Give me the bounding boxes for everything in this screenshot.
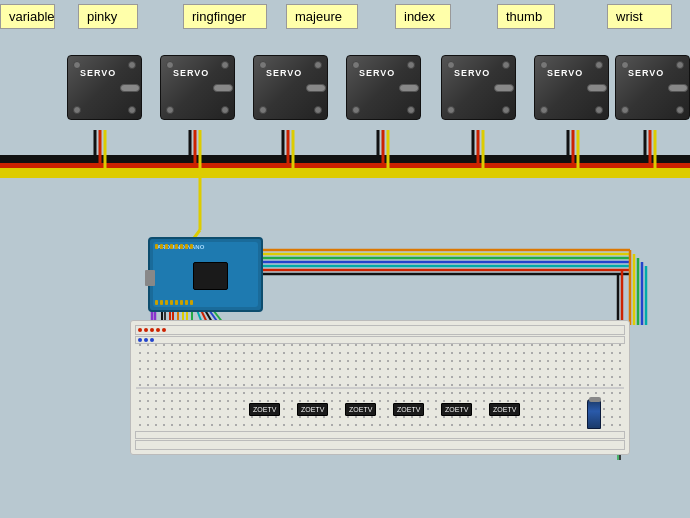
label-majeure: majeure bbox=[286, 4, 358, 29]
servo-screw bbox=[128, 61, 136, 69]
servo-3: SERVO bbox=[341, 50, 431, 130]
servo-5-body: SERVO bbox=[534, 55, 609, 120]
servo-horn bbox=[120, 84, 140, 92]
ic-chip-2: ZOETV bbox=[297, 403, 328, 416]
ic-chip-5: ZOETV bbox=[441, 403, 472, 416]
arduino-board: ARDUINO NANO bbox=[148, 237, 263, 312]
label-wrist: wrist bbox=[607, 4, 672, 29]
servo-1-body: SERVO bbox=[160, 55, 235, 120]
servo-screw bbox=[73, 106, 81, 114]
breadboard-rail-top-red bbox=[135, 325, 625, 335]
breadboard-rail-bottom-blue bbox=[135, 431, 625, 439]
servo-6-body: SERVO bbox=[615, 55, 690, 120]
label-variable: variable bbox=[0, 4, 55, 29]
servo-6: SERVO bbox=[610, 50, 690, 130]
arduino-usb bbox=[145, 270, 155, 286]
arduino-chip bbox=[193, 262, 228, 290]
breadboard-center-divider bbox=[136, 387, 624, 389]
servo-2: SERVO bbox=[248, 50, 338, 130]
breadboard-rail-bottom-red bbox=[135, 440, 625, 450]
breadboard: ZOETV ZOETV ZOETV ZOETV ZOETV ZOETV bbox=[130, 320, 630, 455]
servo-screw bbox=[73, 61, 81, 69]
arduino-pins-top bbox=[155, 244, 193, 249]
servo-4-body: SERVO bbox=[441, 55, 516, 120]
capacitor bbox=[587, 399, 601, 429]
label-thumb: thumb bbox=[497, 4, 555, 29]
servo-5: SERVO bbox=[529, 50, 619, 130]
servo-4: SERVO bbox=[436, 50, 526, 130]
servo-0: SERVO bbox=[62, 50, 152, 130]
servo-screw bbox=[128, 106, 136, 114]
label-ringfinger: ringfinger bbox=[183, 4, 267, 29]
label-index: index bbox=[395, 4, 451, 29]
servo-0-body: SERVO bbox=[67, 55, 142, 120]
ic-chip-4: ZOETV bbox=[393, 403, 424, 416]
ic-chip-6: ZOETV bbox=[489, 403, 520, 416]
label-pinky: pinky bbox=[78, 4, 138, 29]
main-diagram: variable pinky ringfinger majeure index … bbox=[0, 0, 690, 518]
servo-3-body: SERVO bbox=[346, 55, 421, 120]
ic-chip-3: ZOETV bbox=[345, 403, 376, 416]
servo-1: SERVO bbox=[155, 50, 245, 130]
servo-2-body: SERVO bbox=[253, 55, 328, 120]
ic-chip-1: ZOETV bbox=[249, 403, 280, 416]
arduino-pins-bottom bbox=[155, 300, 193, 305]
